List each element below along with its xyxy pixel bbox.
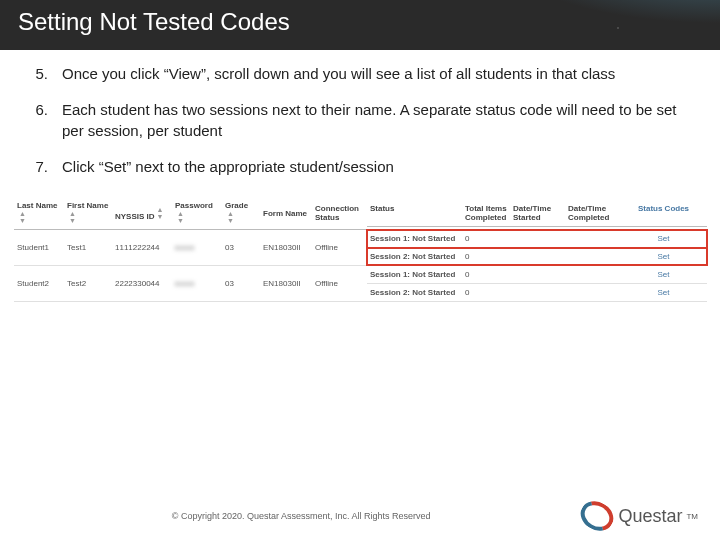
session-started: [510, 284, 565, 301]
step-text: Once you click “View”, scroll down and y…: [62, 64, 615, 84]
cell-grade: 03: [222, 266, 260, 302]
col-items: Total Items Completed: [462, 200, 510, 227]
instruction-steps: 5.Once you click “View”, scroll down and…: [0, 50, 720, 197]
session-items: 0: [462, 230, 510, 248]
cell-conn: Offline: [312, 230, 367, 266]
set-button[interactable]: Set: [620, 284, 707, 301]
col-first[interactable]: First Name▲▼: [64, 197, 112, 230]
session-items: 0: [462, 284, 510, 301]
cell-first: Test2: [64, 266, 112, 302]
col-form: Form Name: [260, 197, 312, 230]
logo-tm: TM: [686, 512, 698, 521]
session-items: 0: [462, 248, 510, 265]
step-text: Each student has two sessions next to th…: [62, 100, 690, 141]
session-started: [510, 248, 565, 265]
session-status: Session 1: Not Started: [367, 230, 462, 248]
footer: © Copyright 2020. Questar Assessment, In…: [0, 492, 720, 540]
sort-icon[interactable]: ▲▼: [19, 210, 26, 224]
table-row: Student2Test22222330044xxxx03EN18030IIOf…: [14, 266, 707, 302]
cell-form: EN18030II: [260, 230, 312, 266]
set-button[interactable]: Set: [620, 230, 707, 248]
col-conn: Connection Status: [312, 197, 367, 230]
session-completed: [565, 248, 620, 265]
session-row: Session 1: Not Started0Set: [367, 266, 707, 284]
password-blur: xxxx: [175, 243, 195, 252]
step-text: Click “Set” next to the appropriate stud…: [62, 157, 394, 177]
copyright-text: © Copyright 2020. Questar Assessment, In…: [172, 511, 431, 521]
session-row: Session 1: Not Started0Set: [367, 230, 707, 248]
step-number: 5.: [30, 64, 48, 84]
col-sessions: StatusTotal Items CompletedDate/Time Sta…: [367, 197, 707, 230]
col-grade[interactable]: Grade▲▼: [222, 197, 260, 230]
cell-grade: 03: [222, 230, 260, 266]
col-nyssis[interactable]: NYSSIS ID▲▼: [112, 197, 172, 230]
col-completed: Date/Time Completed: [565, 200, 620, 227]
col-last[interactable]: Last Name▲▼: [14, 197, 64, 230]
sort-icon[interactable]: ▲▼: [227, 210, 234, 224]
questar-logo: QuestarTM: [580, 502, 698, 530]
session-row: Session 2: Not Started0Set: [367, 284, 707, 301]
step-number: 7.: [30, 157, 48, 177]
cell-form: EN18030II: [260, 266, 312, 302]
cell-first: Test1: [64, 230, 112, 266]
student-table-wrap: Last Name▲▼First Name▲▼NYSSIS ID▲▼Passwo…: [0, 197, 720, 302]
session-row: Session 2: Not Started0Set: [367, 248, 707, 265]
session-items: 0: [462, 266, 510, 284]
col-status: Status: [367, 200, 462, 227]
session-started: [510, 230, 565, 248]
sort-icon[interactable]: ▲▼: [177, 210, 184, 224]
cell-password: xxxx: [172, 266, 222, 302]
col-codes: Status Codes: [620, 200, 707, 227]
col-started: Date/Time Started: [510, 200, 565, 227]
set-button[interactable]: Set: [620, 266, 707, 284]
student-table: Last Name▲▼First Name▲▼NYSSIS ID▲▼Passwo…: [14, 197, 707, 302]
instruction-step: 6.Each student has two sessions next to …: [30, 100, 690, 141]
cell-nyssis: 1111222244: [112, 230, 172, 266]
cell-sessions: Session 1: Not Started0SetSession 2: Not…: [367, 230, 707, 266]
session-completed: [565, 284, 620, 301]
cell-nyssis: 2222330044: [112, 266, 172, 302]
session-started: [510, 266, 565, 284]
table-row: Student1Test11111222244xxxx03EN18030IIOf…: [14, 230, 707, 266]
col-password[interactable]: Password▲▼: [172, 197, 222, 230]
cell-sessions: Session 1: Not Started0SetSession 2: Not…: [367, 266, 707, 302]
cell-password: xxxx: [172, 230, 222, 266]
sort-icon[interactable]: ▲▼: [69, 210, 76, 224]
logo-swoosh-icon: [580, 502, 614, 530]
password-blur: xxxx: [175, 279, 195, 288]
table-body: Student1Test11111222244xxxx03EN18030IIOf…: [14, 230, 707, 302]
title-text: Setting Not Tested Codes: [18, 8, 290, 35]
page-title: Setting Not Tested Codes: [0, 0, 720, 50]
instruction-step: 5.Once you click “View”, scroll down and…: [30, 64, 690, 84]
session-completed: [565, 230, 620, 248]
step-number: 6.: [30, 100, 48, 141]
logo-text: Questar: [618, 506, 682, 527]
sort-icon[interactable]: ▲▼: [157, 206, 164, 220]
session-status: Session 2: Not Started: [367, 284, 462, 301]
set-button[interactable]: Set: [620, 248, 707, 265]
session-status: Session 2: Not Started: [367, 248, 462, 265]
session-completed: [565, 266, 620, 284]
cell-last: Student1: [14, 230, 64, 266]
cell-last: Student2: [14, 266, 64, 302]
session-status: Session 1: Not Started: [367, 266, 462, 284]
cell-conn: Offline: [312, 266, 367, 302]
instruction-step: 7.Click “Set” next to the appropriate st…: [30, 157, 690, 177]
table-header-row: Last Name▲▼First Name▲▼NYSSIS ID▲▼Passwo…: [14, 197, 707, 230]
